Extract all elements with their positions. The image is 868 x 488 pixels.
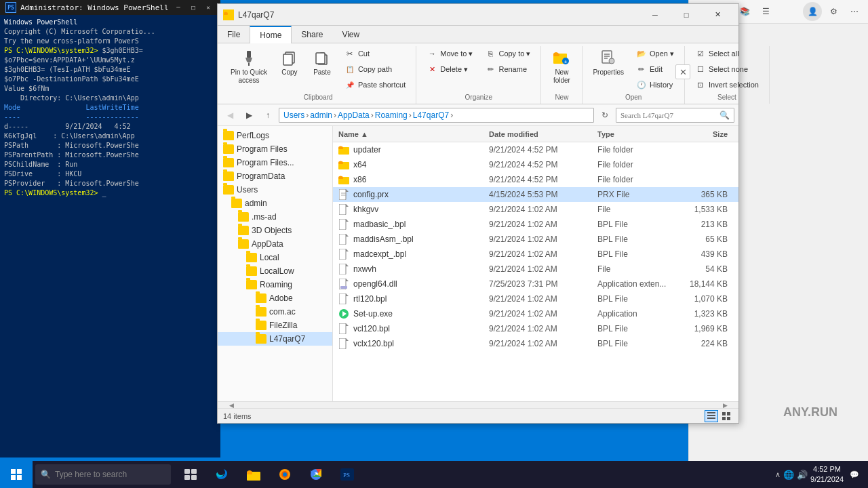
tab-view[interactable]: View: [332, 26, 369, 43]
sidebar-item-filezilla[interactable]: FileZilla: [218, 319, 332, 332]
close-panel-button[interactable]: ✕: [675, 64, 690, 79]
properties-button[interactable]: Properties: [588, 46, 629, 78]
crumb-l47qarq7[interactable]: L47qarQ7: [413, 110, 449, 120]
search-input[interactable]: [620, 111, 717, 119]
sidebar-toggle[interactable]: ☰: [756, 2, 775, 21]
sidebar-item-l47qarq7[interactable]: L47qarQ7: [218, 332, 332, 346]
svg-rect-48: [339, 338, 346, 349]
sidebar-item-admin[interactable]: admin: [218, 197, 332, 210]
copy-button[interactable]: Copy: [275, 46, 304, 78]
sidebar-item-adobe[interactable]: Adobe: [218, 291, 332, 305]
table-row[interactable]: Set-up.exe 9/21/2024 1:02 AM Application…: [333, 306, 738, 321]
invert-selection-button[interactable]: ⊡ Invert selection: [690, 77, 764, 92]
folder-icon: [246, 253, 257, 262]
refresh-button[interactable]: ↻: [597, 107, 613, 123]
ps-maximize[interactable]: □: [186, 2, 200, 13]
ps-minimize[interactable]: ─: [172, 2, 185, 13]
pin-to-quick-access-button[interactable]: Pin to Quickaccess: [226, 46, 272, 87]
table-row[interactable]: maddisAsm_.bpl 9/21/2024 1:02 AM BPL Fil…: [333, 232, 738, 247]
up-button[interactable]: ↑: [260, 107, 276, 123]
crumb-users[interactable]: Users: [283, 110, 304, 120]
col-type-header[interactable]: Type: [597, 130, 679, 138]
delete-button[interactable]: ✕ Delete ▾: [422, 62, 477, 77]
chrome-taskbar-button[interactable]: [301, 461, 331, 488]
open-button[interactable]: 📂 Open ▾: [631, 46, 679, 61]
horizontal-scrollbar[interactable]: ◀ ▶: [218, 401, 738, 408]
sidebar-item-roaming[interactable]: Roaming: [218, 278, 332, 291]
cut-button[interactable]: ✂ Cut: [340, 46, 410, 61]
copy-to-button[interactable]: ⎘ Copy to ▾: [480, 46, 535, 61]
maximize-button[interactable]: □: [671, 4, 702, 26]
table-row[interactable]: updater 9/21/2024 4:52 PM File folder: [333, 142, 738, 157]
sidebar-item-programdata[interactable]: ProgramData: [218, 169, 332, 183]
clock[interactable]: 4:52 PM 9/21/2024: [810, 464, 844, 485]
copy-path-button[interactable]: 📋 Copy path: [340, 62, 410, 77]
paste-button[interactable]: Paste: [307, 46, 337, 78]
tab-share[interactable]: Share: [292, 26, 332, 43]
edge-taskbar-button[interactable]: [208, 461, 237, 488]
file-explorer-taskbar-button[interactable]: [239, 461, 269, 488]
table-row[interactable]: x86 9/21/2024 4:52 PM File folder: [333, 172, 738, 187]
task-view-button[interactable]: [176, 461, 206, 488]
col-name-header[interactable]: Name ▲: [338, 130, 489, 138]
start-button[interactable]: [0, 461, 33, 488]
firefox-taskbar-button[interactable]: [270, 461, 300, 488]
new-folder-button[interactable]: + Newfolder: [547, 46, 576, 87]
forward-button[interactable]: ▶: [241, 107, 257, 123]
table-row[interactable]: opengl64.dll 7/25/2023 7:31 PM Applicati…: [333, 277, 738, 291]
sidebar-item-msad[interactable]: .ms-ad: [218, 210, 332, 224]
notification-button[interactable]: 💬: [846, 461, 863, 488]
sidebar-label: AppData: [252, 239, 283, 249]
col-date-header[interactable]: Date modified: [489, 130, 597, 138]
sidebar-item-users[interactable]: Users: [218, 183, 332, 197]
select-none-button[interactable]: ☐ Select none: [690, 62, 764, 77]
sidebar-item-perflogs[interactable]: PerfLogs: [218, 129, 332, 142]
profile-button[interactable]: 👤: [803, 2, 822, 21]
crumb-admin[interactable]: admin: [310, 110, 332, 120]
address-path[interactable]: Users › admin › AppData › Roaming › L47q…: [279, 108, 594, 123]
table-row[interactable]: vcl120.bpl 9/21/2024 1:02 AM BPL File 1,…: [333, 321, 738, 336]
sidebar-item-programfilesx86[interactable]: Program Files...: [218, 156, 332, 169]
details-view-button[interactable]: [705, 410, 718, 422]
close-button[interactable]: ✕: [702, 4, 733, 26]
taskbar-search[interactable]: 🔍 Type here to search: [35, 464, 171, 485]
tab-file[interactable]: File: [218, 26, 250, 43]
select-all-button[interactable]: ☑ Select all: [690, 46, 764, 61]
table-row[interactable]: khkgvv 9/21/2024 1:02 AM File 1,533 KB: [333, 202, 738, 217]
tab-home[interactable]: Home: [250, 26, 292, 43]
history-button[interactable]: 🕐 History: [631, 77, 679, 92]
sidebar-label: Program Files...: [237, 158, 294, 167]
col-size-header[interactable]: Size: [679, 130, 733, 138]
table-row[interactable]: madbasic_.bpl 9/21/2024 1:02 AM BPL File…: [333, 217, 738, 232]
sidebar-item-locallow[interactable]: LocalLow: [218, 264, 332, 278]
terminal-taskbar-button[interactable]: PS: [332, 461, 362, 488]
more-button[interactable]: ⋯: [845, 2, 864, 21]
sidebar-item-appdata[interactable]: AppData: [218, 237, 332, 251]
back-button[interactable]: ◀: [222, 107, 238, 123]
search-box[interactable]: 🔍: [616, 108, 734, 123]
table-row[interactable]: madcexpt_.bpl 9/21/2024 1:02 AM BPL File…: [333, 247, 738, 262]
minimize-button[interactable]: ─: [639, 4, 671, 26]
sidebar-item-local[interactable]: Local: [218, 251, 332, 264]
table-row[interactable]: vclx120.bpl 9/21/2024 1:02 AM BPL File 2…: [333, 336, 738, 351]
table-row[interactable]: nxwvh 9/21/2024 1:02 AM File 54 KB: [333, 262, 738, 277]
scroll-left[interactable]: ◀: [218, 402, 245, 408]
sidebar-item-3dobjects[interactable]: 3D Objects: [218, 224, 332, 237]
ps-close[interactable]: ✕: [201, 2, 215, 13]
sidebar-item-comac[interactable]: com.ac: [218, 305, 332, 319]
table-row[interactable]: x64 9/21/2024 4:52 PM File folder: [333, 157, 738, 172]
rename-button[interactable]: ✏ Rename: [480, 62, 535, 77]
sidebar-item-programfiles[interactable]: Program Files: [218, 142, 332, 156]
sidebar-label: Program Files: [237, 144, 288, 154]
edit-button[interactable]: ✏ Edit: [631, 62, 679, 77]
scroll-right[interactable]: ▶: [711, 402, 738, 408]
settings-button[interactable]: ⚙: [824, 2, 843, 21]
crumb-roaming[interactable]: Roaming: [375, 110, 408, 120]
table-row[interactable]: config.prx 4/15/2024 5:53 PM PRX File 36…: [333, 187, 738, 202]
tiles-view-button[interactable]: [719, 410, 733, 422]
table-row[interactable]: rtl120.bpl 9/21/2024 1:02 AM BPL File 1,…: [333, 291, 738, 306]
crumb-appdata[interactable]: AppData: [338, 110, 370, 120]
folder-icon: [223, 158, 234, 167]
paste-shortcut-button[interactable]: 📌 Paste shortcut: [340, 77, 410, 92]
move-to-button[interactable]: → Move to ▾: [422, 46, 477, 61]
